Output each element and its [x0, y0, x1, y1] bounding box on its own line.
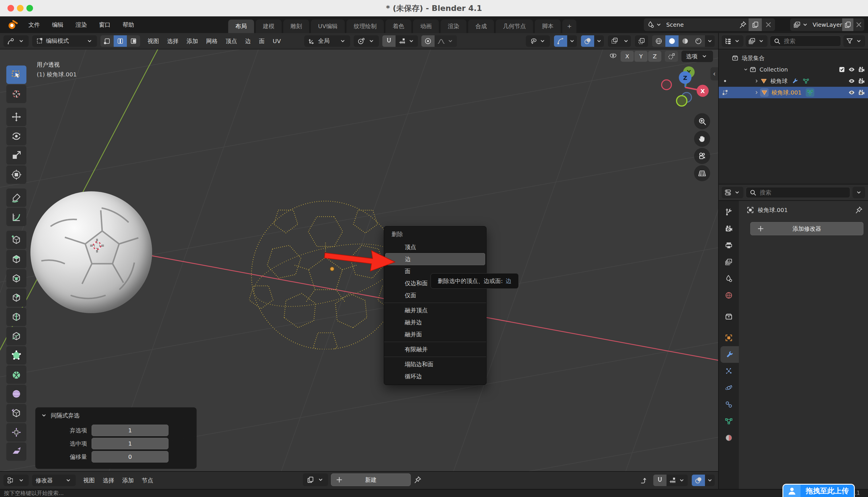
- tool-bevel-button[interactable]: [6, 288, 26, 307]
- delete-menu-item-3-1[interactable]: 循环边: [384, 370, 486, 382]
- topbar-menu-2[interactable]: 渲染: [70, 16, 93, 33]
- transform-orientation-dropdown[interactable]: 全局: [304, 36, 350, 47]
- options-dropdown[interactable]: 选项: [681, 51, 713, 62]
- workspace-tab-3[interactable]: UV编辑: [311, 19, 345, 33]
- new-view-layer-button[interactable]: [842, 18, 853, 31]
- properties-search[interactable]: [746, 187, 850, 198]
- workspace-tab-5[interactable]: 着色: [385, 19, 411, 33]
- view-layer-name[interactable]: ViewLayer: [809, 21, 842, 28]
- delete-menu-item-3-0[interactable]: 塌陷边和面: [384, 358, 486, 370]
- properties-tab-tool[interactable]: [719, 204, 739, 221]
- node-menu-1[interactable]: 选择: [99, 474, 118, 486]
- snap-toggle-button[interactable]: [382, 36, 396, 47]
- edge-select-mode-button[interactable]: [114, 36, 127, 47]
- properties-tab-world[interactable]: [719, 287, 739, 304]
- chevron-right-icon[interactable]: [753, 77, 760, 84]
- shading-wireframe-button[interactable]: [652, 36, 665, 47]
- outliner-row-1[interactable]: Collection: [719, 64, 868, 75]
- operator-panel[interactable]: 间隔式弃选 弃选项1选中项1偏移量0: [35, 407, 196, 469]
- workspace-tab-11[interactable]: +: [562, 19, 576, 33]
- vertex-select-mode-button[interactable]: [101, 36, 114, 47]
- delete-menu-item-0-1[interactable]: 边: [385, 253, 485, 265]
- mirror-axis-y-button[interactable]: Y: [634, 51, 648, 62]
- topbar-menu-3[interactable]: 窗口: [93, 16, 117, 33]
- tool-cursor-3d-button[interactable]: [6, 85, 26, 103]
- properties-tab-object-data[interactable]: [719, 413, 739, 429]
- face-select-mode-button[interactable]: [127, 36, 140, 47]
- parent-up-button[interactable]: [636, 474, 649, 486]
- tool-rotate-button[interactable]: [6, 127, 26, 145]
- blender-logo-icon[interactable]: [7, 19, 18, 30]
- viewport-menu-5[interactable]: 边: [241, 36, 255, 47]
- tool-shear-button[interactable]: [6, 442, 26, 461]
- mirror-axis-z-button[interactable]: Z: [648, 51, 661, 62]
- xray-toggle[interactable]: [608, 36, 621, 47]
- tool-poly-build-button[interactable]: [6, 346, 26, 365]
- tool-annotate-button[interactable]: [6, 188, 26, 207]
- outliner-display-mode-dropdown[interactable]: [722, 36, 744, 47]
- properties-tab-particles[interactable]: [719, 363, 739, 380]
- workspace-tab-7[interactable]: 渲染: [441, 19, 467, 33]
- viewport-menu-7[interactable]: UV: [269, 36, 285, 47]
- topbar-menu-4[interactable]: 帮助: [117, 16, 140, 33]
- remove-view-layer-button[interactable]: [853, 18, 864, 31]
- tool-scale-button[interactable]: [6, 146, 26, 165]
- chevron-down-icon[interactable]: [40, 411, 48, 420]
- workspace-tab-8[interactable]: 合成: [468, 19, 494, 33]
- editor-type-button[interactable]: [3, 36, 29, 47]
- zoom-button[interactable]: [694, 113, 710, 129]
- viewport-menu-4[interactable]: 顶点: [222, 36, 241, 47]
- node-menu-0[interactable]: 视图: [79, 474, 99, 486]
- pin-icon[interactable]: [737, 21, 749, 29]
- tool-add-cube-button[interactable]: [6, 231, 26, 249]
- viewport-menu-2[interactable]: 添加: [182, 36, 202, 47]
- properties-options-dropdown[interactable]: [853, 187, 865, 198]
- mirror-butterfly-icon[interactable]: [609, 52, 617, 60]
- shading-rendered-button[interactable]: [692, 36, 705, 47]
- mesh-data-icon[interactable]: [803, 77, 809, 84]
- 3d-viewport[interactable]: 用户透视 (1) 棱角球.001 XYZ 选项 ‹ Y Z X: [0, 49, 718, 471]
- node-data-dropdown[interactable]: [303, 473, 328, 486]
- operator-field-value[interactable]: 1: [91, 425, 168, 436]
- workspace-tab-0[interactable]: 布局: [228, 19, 254, 33]
- show-gizmo-toggle[interactable]: [554, 36, 567, 47]
- viewport-menu-1[interactable]: 选择: [163, 36, 182, 47]
- workspace-tab-10[interactable]: 脚本: [535, 19, 561, 33]
- pin-icon[interactable]: [855, 206, 863, 214]
- delete-menu-item-1-1[interactable]: 融并边: [384, 316, 486, 328]
- scene-selector[interactable]: Scene: [644, 18, 775, 31]
- xray-dropdown[interactable]: [621, 36, 631, 47]
- delete-menu-item-0-4[interactable]: 仅面: [384, 289, 486, 301]
- viewport-menu-6[interactable]: 面: [255, 36, 269, 47]
- properties-tab-material[interactable]: [719, 429, 739, 446]
- workspace-tab-6[interactable]: 动画: [413, 19, 439, 33]
- shading-dropdown[interactable]: [705, 36, 715, 47]
- camera-icon[interactable]: [858, 77, 865, 85]
- tool-knife-button[interactable]: [6, 327, 26, 345]
- properties-tab-modifiers[interactable]: [720, 346, 739, 363]
- new-scene-button[interactable]: [749, 18, 762, 31]
- node-overlays-dropdown[interactable]: [705, 474, 715, 486]
- shading-material-button[interactable]: [679, 36, 692, 47]
- properties-editor-type-button[interactable]: [722, 187, 744, 198]
- properties-tab-output[interactable]: [719, 237, 739, 254]
- tool-select-box-button[interactable]: [6, 66, 26, 84]
- eye-icon[interactable]: [848, 66, 855, 73]
- chevron-right-icon[interactable]: [753, 89, 760, 96]
- properties-tab-view-layer[interactable]: [719, 254, 739, 270]
- snap-settings-dropdown[interactable]: [396, 36, 418, 47]
- node-editor-type-button[interactable]: [3, 474, 29, 486]
- show-overlays-toggle[interactable]: [581, 36, 594, 47]
- upload-dropzone-button[interactable]: 拖拽至此上传: [782, 484, 855, 497]
- chevron-down-icon[interactable]: [742, 66, 749, 73]
- falloff-dropdown[interactable]: [435, 36, 457, 47]
- node-tree-type-dropdown[interactable]: 修改器: [32, 474, 76, 486]
- view-layer-selector[interactable]: ViewLayer: [790, 18, 864, 31]
- properties-tab-scene[interactable]: [719, 270, 739, 287]
- tool-edge-slide-button[interactable]: [6, 404, 26, 422]
- node-overlays-toggle[interactable]: [692, 474, 705, 486]
- shading-solid-button[interactable]: [665, 36, 679, 47]
- sidebar-collapse-arrow[interactable]: ‹: [710, 67, 718, 81]
- mesh-data-boxed-icon[interactable]: [806, 88, 814, 97]
- delete-menu-item-2-0[interactable]: 有限融并: [384, 343, 486, 355]
